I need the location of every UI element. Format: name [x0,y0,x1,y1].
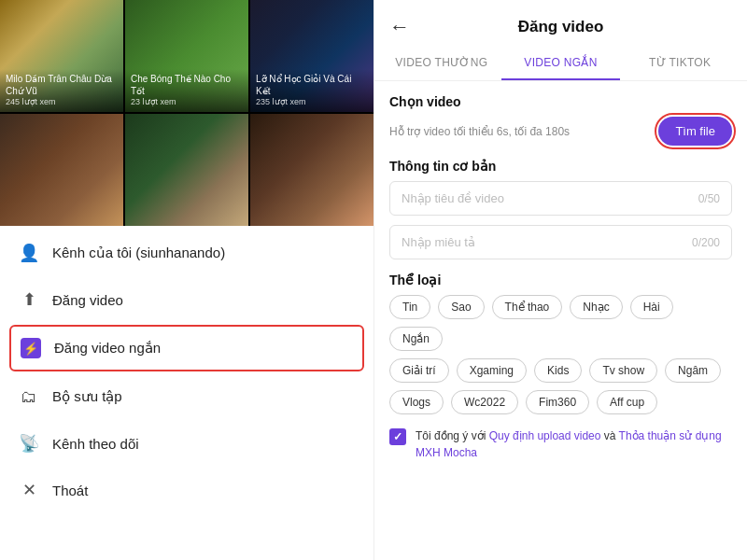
menu-icon-upload: ⬆ [19,289,39,310]
title-input[interactable]: Nhập tiêu đề video 0/50 [389,181,732,216]
agree-text-mid: và [600,429,618,442]
genre-rows: TinSaoThể thaoNhạcHàiNgắnGiải tríXgaming… [389,295,732,414]
tab-tiktok[interactable]: TỪ TIKTOK [620,47,740,80]
agree-text: Tôi đồng ý với Quy định upload video và … [416,427,732,461]
genre-tag[interactable]: Nhạc [570,295,622,319]
tabs-bar: VIDEO THƯỜNGVIDEO NGẮNTỪ TIKTOK [374,47,747,81]
thumb-views: 245 lượt xem [6,97,118,108]
video-thumbnail[interactable]: Milo Dầm Trân Châu Dừa Chứ Vũ245 lượt xe… [0,0,123,112]
thumb-label: Lỡ Nổ Học Giỏi Và Cái Kết235 lượt xem [250,69,374,112]
genre-tag[interactable]: Xgaming [457,358,527,383]
desc-placeholder: Nhập miêu tả [402,235,475,249]
title-placeholder: Nhập tiêu đề video [402,191,504,205]
tab-short[interactable]: VIDEO NGẮN [501,47,621,80]
menu-item-exit[interactable]: ✕Thoát [0,467,374,513]
video-thumbnail[interactable]: Lỡ Nổ Học Giỏi Và Cái Kết235 lượt xem [250,0,374,112]
genre-tag[interactable]: Thể thao [492,295,563,319]
menu-icon-collection: 🗂 [19,386,39,407]
right-body: Chọn video Hỗ trợ video tối thiểu 6s, tố… [374,81,747,560]
genre-row: TinSaoThể thaoNhạcHàiNgắn [389,295,732,351]
menu-icon-channel: 👤 [19,243,39,263]
agree-text-before: Tôi đồng ý với [416,429,489,442]
choose-video-title: Chọn video [389,94,732,109]
genre-tag[interactable]: Vlogs [389,390,444,414]
menu-icon-short: ⚡ [21,338,41,358]
basic-info-section: Thông tin cơ bản Nhập tiêu đề video 0/50… [389,159,732,259]
genre-tag[interactable]: Kids [534,358,582,383]
left-panel: Milo Dầm Trân Châu Dừa Chứ Vũ245 lượt xe… [0,0,374,560]
thumb-views: 23 lượt xem [131,97,243,108]
menu-list: 👤Kênh của tôi (siunhanando)⬆Đăng video⚡Đ… [0,226,374,560]
right-panel: ← Đăng video VIDEO THƯỜNGVIDEO NGẮNTỪ TI… [374,0,747,560]
genre-title: Thể loại [389,273,732,287]
video-grid: Milo Dầm Trân Châu Dừa Chứ Vũ245 lượt xe… [0,0,374,226]
video-thumbnail[interactable] [0,114,123,226]
genre-tag[interactable]: Giải trí [389,358,449,383]
menu-label-follow: Kênh theo dõi [52,436,139,452]
thumb-label: Che Bóng Thế Nào Cho Tốt23 lượt xem [125,69,248,112]
menu-label-collection: Bộ sưu tập [52,388,122,405]
choose-video-row: Hỗ trợ video tối thiểu 6s, tối đa 180s T… [389,117,732,146]
video-thumbnail[interactable]: Che Bóng Thế Nào Cho Tốt23 lượt xem [125,0,248,112]
genre-tag[interactable]: Tv show [589,358,657,383]
genre-tag[interactable]: Wc2022 [451,390,518,414]
basic-info-title: Thông tin cơ bản [389,159,732,174]
desc-count: 0/200 [692,236,720,249]
desc-input[interactable]: Nhập miêu tả 0/200 [389,225,732,259]
find-file-button[interactable]: Tìm file [658,117,732,146]
genre-tag[interactable]: Ngâm [665,358,721,383]
genre-tag[interactable]: Aff cup [597,390,657,414]
genre-section: Thể loại TinSaoThể thaoNhạcHàiNgắnGiải t… [389,273,732,414]
menu-item-upload[interactable]: ⬆Đăng video [0,276,374,323]
menu-label-channel: Kênh của tôi (siunhanando) [52,245,225,261]
thumb-label: Milo Dầm Trân Châu Dừa Chứ Vũ245 lượt xe… [0,69,123,112]
agree-link1[interactable]: Quy định upload video [489,429,601,442]
genre-row: VlogsWc2022Fim360Aff cup [389,390,732,414]
title-count: 0/50 [698,192,720,205]
menu-item-short[interactable]: ⚡Đăng video ngắn [9,325,364,371]
menu-item-collection[interactable]: 🗂Bộ sưu tập [0,373,374,420]
tab-regular[interactable]: VIDEO THƯỜNG [382,47,501,80]
menu-icon-exit: ✕ [19,480,39,500]
menu-icon-follow: 📡 [19,433,39,454]
video-thumbnail[interactable] [250,114,374,226]
menu-item-follow[interactable]: 📡Kênh theo dõi [0,420,374,467]
agreement-row: Tôi đồng ý với Quy định upload video và … [389,427,732,461]
menu-label-exit: Thoát [52,483,88,498]
page-title: Đăng video [417,18,732,36]
genre-tag[interactable]: Ngắn [389,327,443,351]
thumb-views: 235 lượt xem [256,97,368,108]
genre-tag[interactable]: Tin [389,295,430,319]
genre-tag[interactable]: Sao [438,295,484,319]
menu-label-short: Đăng video ngắn [54,340,161,357]
video-hint: Hỗ trợ video tối thiểu 6s, tối đa 180s [389,125,658,138]
back-button[interactable]: ← [389,15,410,39]
agree-checkbox[interactable] [389,428,406,445]
menu-label-upload: Đăng video [52,292,123,308]
menu-item-channel[interactable]: 👤Kênh của tôi (siunhanando) [0,230,374,276]
genre-tag[interactable]: Hài [630,295,673,319]
video-thumbnail[interactable] [125,114,248,226]
genre-tag[interactable]: Fim360 [526,390,589,414]
upload-header: ← Đăng video [374,0,747,47]
genre-row: Giải tríXgamingKidsTv showNgâm [389,358,732,383]
